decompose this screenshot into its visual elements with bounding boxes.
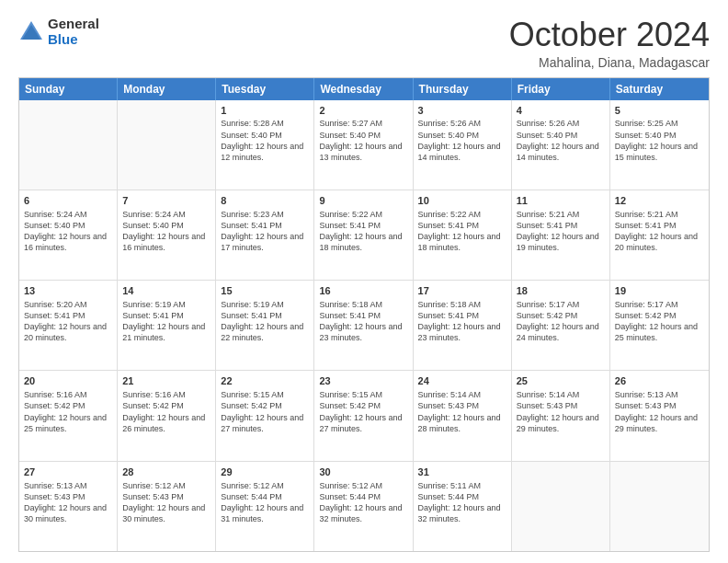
day-number: 26 xyxy=(615,374,704,388)
cal-cell: 10Sunrise: 5:22 AM Sunset: 5:41 PM Dayli… xyxy=(414,190,512,280)
day-number: 5 xyxy=(615,104,704,118)
cell-info: Sunrise: 5:18 AM Sunset: 5:41 PM Dayligh… xyxy=(319,299,407,344)
cal-cell: 15Sunrise: 5:19 AM Sunset: 5:41 PM Dayli… xyxy=(216,281,314,370)
cell-info: Sunrise: 5:21 AM Sunset: 5:41 PM Dayligh… xyxy=(517,209,605,254)
cal-cell: 7Sunrise: 5:24 AM Sunset: 5:40 PM Daylig… xyxy=(118,190,216,280)
day-number: 12 xyxy=(615,194,704,208)
calendar-row-4: 20Sunrise: 5:16 AM Sunset: 5:42 PM Dayli… xyxy=(19,370,709,460)
cell-info: Sunrise: 5:12 AM Sunset: 5:44 PM Dayligh… xyxy=(319,480,407,525)
day-number: 11 xyxy=(517,194,605,208)
cell-info: Sunrise: 5:24 AM Sunset: 5:40 PM Dayligh… xyxy=(122,209,210,254)
cal-cell: 25Sunrise: 5:14 AM Sunset: 5:43 PM Dayli… xyxy=(512,371,610,460)
cell-info: Sunrise: 5:13 AM Sunset: 5:43 PM Dayligh… xyxy=(24,480,112,525)
header-thursday: Thursday xyxy=(414,78,512,100)
header-monday: Monday xyxy=(118,78,216,100)
cell-info: Sunrise: 5:23 AM Sunset: 5:41 PM Dayligh… xyxy=(221,209,309,254)
cell-info: Sunrise: 5:28 AM Sunset: 5:40 PM Dayligh… xyxy=(221,118,309,163)
cal-cell: 29Sunrise: 5:12 AM Sunset: 5:44 PM Dayli… xyxy=(216,462,314,551)
cell-info: Sunrise: 5:25 AM Sunset: 5:40 PM Dayligh… xyxy=(615,118,704,163)
cal-cell xyxy=(19,100,118,190)
cell-info: Sunrise: 5:19 AM Sunset: 5:41 PM Dayligh… xyxy=(221,299,309,344)
cal-cell: 30Sunrise: 5:12 AM Sunset: 5:44 PM Dayli… xyxy=(314,462,413,551)
day-number: 21 xyxy=(122,374,210,388)
cal-cell: 9Sunrise: 5:22 AM Sunset: 5:41 PM Daylig… xyxy=(314,190,413,280)
cell-info: Sunrise: 5:16 AM Sunset: 5:42 PM Dayligh… xyxy=(24,389,112,434)
cal-cell: 26Sunrise: 5:13 AM Sunset: 5:43 PM Dayli… xyxy=(610,371,709,460)
calendar-row-1: 1Sunrise: 5:28 AM Sunset: 5:40 PM Daylig… xyxy=(19,100,709,190)
day-number: 7 xyxy=(122,194,210,208)
header-friday: Friday xyxy=(512,78,610,100)
cal-cell: 16Sunrise: 5:18 AM Sunset: 5:41 PM Dayli… xyxy=(314,281,413,370)
cal-cell: 1Sunrise: 5:28 AM Sunset: 5:40 PM Daylig… xyxy=(216,100,314,190)
day-number: 20 xyxy=(24,374,112,388)
cal-cell: 2Sunrise: 5:27 AM Sunset: 5:40 PM Daylig… xyxy=(314,100,413,190)
header-tuesday: Tuesday xyxy=(216,78,314,100)
cal-cell: 24Sunrise: 5:14 AM Sunset: 5:43 PM Dayli… xyxy=(414,371,512,460)
cal-cell xyxy=(610,462,709,551)
cell-info: Sunrise: 5:12 AM Sunset: 5:43 PM Dayligh… xyxy=(122,480,210,525)
day-number: 27 xyxy=(24,465,112,479)
cell-info: Sunrise: 5:17 AM Sunset: 5:42 PM Dayligh… xyxy=(517,299,605,344)
calendar-row-5: 27Sunrise: 5:13 AM Sunset: 5:43 PM Dayli… xyxy=(19,461,709,551)
cal-cell: 18Sunrise: 5:17 AM Sunset: 5:42 PM Dayli… xyxy=(512,281,610,370)
logo-general-label: General xyxy=(48,17,99,32)
cal-cell: 13Sunrise: 5:20 AM Sunset: 5:41 PM Dayli… xyxy=(19,281,118,370)
cell-info: Sunrise: 5:21 AM Sunset: 5:41 PM Dayligh… xyxy=(615,209,704,254)
calendar-header: Sunday Monday Tuesday Wednesday Thursday… xyxy=(19,78,709,100)
calendar-row-3: 13Sunrise: 5:20 AM Sunset: 5:41 PM Dayli… xyxy=(19,280,709,370)
cal-cell xyxy=(118,100,216,190)
logo: General Blue xyxy=(18,17,99,47)
cal-cell: 17Sunrise: 5:18 AM Sunset: 5:41 PM Dayli… xyxy=(414,281,512,370)
cal-cell: 23Sunrise: 5:15 AM Sunset: 5:42 PM Dayli… xyxy=(314,371,413,460)
cell-info: Sunrise: 5:20 AM Sunset: 5:41 PM Dayligh… xyxy=(24,299,112,344)
day-number: 16 xyxy=(319,284,407,298)
cal-cell: 14Sunrise: 5:19 AM Sunset: 5:41 PM Dayli… xyxy=(118,281,216,370)
day-number: 28 xyxy=(122,465,210,479)
day-number: 30 xyxy=(319,465,407,479)
cell-info: Sunrise: 5:26 AM Sunset: 5:40 PM Dayligh… xyxy=(517,118,605,163)
header-saturday: Saturday xyxy=(610,78,709,100)
day-number: 15 xyxy=(221,284,309,298)
cal-cell: 12Sunrise: 5:21 AM Sunset: 5:41 PM Dayli… xyxy=(610,190,709,280)
cal-cell: 3Sunrise: 5:26 AM Sunset: 5:40 PM Daylig… xyxy=(414,100,512,190)
cell-info: Sunrise: 5:17 AM Sunset: 5:42 PM Dayligh… xyxy=(615,299,704,344)
cal-cell xyxy=(512,462,610,551)
page: General Blue October 2024 Mahalina, Dian… xyxy=(0,0,728,563)
calendar-row-2: 6Sunrise: 5:24 AM Sunset: 5:40 PM Daylig… xyxy=(19,190,709,280)
day-number: 8 xyxy=(221,194,309,208)
cal-cell: 28Sunrise: 5:12 AM Sunset: 5:43 PM Dayli… xyxy=(118,462,216,551)
day-number: 31 xyxy=(418,465,506,479)
cell-info: Sunrise: 5:16 AM Sunset: 5:42 PM Dayligh… xyxy=(122,389,210,434)
cal-cell: 20Sunrise: 5:16 AM Sunset: 5:42 PM Dayli… xyxy=(19,371,118,460)
cal-cell: 21Sunrise: 5:16 AM Sunset: 5:42 PM Dayli… xyxy=(118,371,216,460)
day-number: 6 xyxy=(24,194,112,208)
cell-info: Sunrise: 5:14 AM Sunset: 5:43 PM Dayligh… xyxy=(517,389,605,434)
calendar-body: 1Sunrise: 5:28 AM Sunset: 5:40 PM Daylig… xyxy=(19,100,709,551)
day-number: 19 xyxy=(615,284,704,298)
cell-info: Sunrise: 5:26 AM Sunset: 5:40 PM Dayligh… xyxy=(418,118,506,163)
cell-info: Sunrise: 5:22 AM Sunset: 5:41 PM Dayligh… xyxy=(319,209,407,254)
cal-cell: 4Sunrise: 5:26 AM Sunset: 5:40 PM Daylig… xyxy=(512,100,610,190)
cell-info: Sunrise: 5:19 AM Sunset: 5:41 PM Dayligh… xyxy=(122,299,210,344)
cell-info: Sunrise: 5:13 AM Sunset: 5:43 PM Dayligh… xyxy=(615,389,704,434)
cal-cell: 8Sunrise: 5:23 AM Sunset: 5:41 PM Daylig… xyxy=(216,190,314,280)
logo-icon xyxy=(18,19,44,45)
day-number: 14 xyxy=(122,284,210,298)
day-number: 9 xyxy=(319,194,407,208)
day-number: 17 xyxy=(418,284,506,298)
cell-info: Sunrise: 5:27 AM Sunset: 5:40 PM Dayligh… xyxy=(319,118,407,163)
header-sunday: Sunday xyxy=(19,78,118,100)
cell-info: Sunrise: 5:18 AM Sunset: 5:41 PM Dayligh… xyxy=(418,299,506,344)
day-number: 23 xyxy=(319,374,407,388)
cell-info: Sunrise: 5:11 AM Sunset: 5:44 PM Dayligh… xyxy=(418,480,506,525)
day-number: 1 xyxy=(221,104,309,118)
day-number: 3 xyxy=(418,104,506,118)
calendar: Sunday Monday Tuesday Wednesday Thursday… xyxy=(18,77,710,552)
day-number: 4 xyxy=(517,104,605,118)
cell-info: Sunrise: 5:15 AM Sunset: 5:42 PM Dayligh… xyxy=(221,389,309,434)
cal-cell: 31Sunrise: 5:11 AM Sunset: 5:44 PM Dayli… xyxy=(414,462,512,551)
location: Mahalina, Diana, Madagascar xyxy=(509,55,710,70)
day-number: 13 xyxy=(24,284,112,298)
cal-cell: 22Sunrise: 5:15 AM Sunset: 5:42 PM Dayli… xyxy=(216,371,314,460)
header: General Blue October 2024 Mahalina, Dian… xyxy=(18,17,710,70)
